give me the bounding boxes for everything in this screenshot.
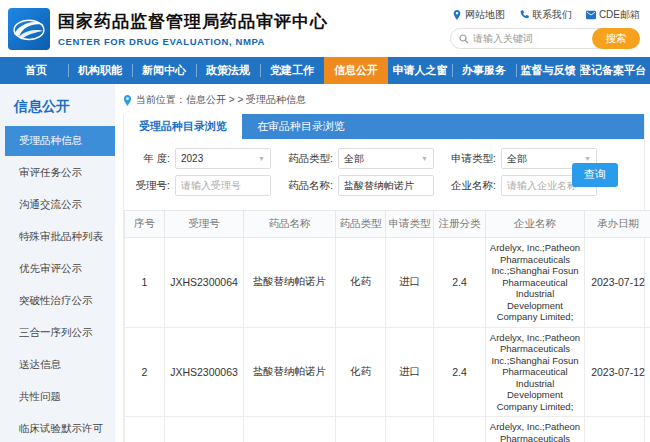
sidebar-item-common-issues[interactable]: 共性问题 — [5, 382, 115, 412]
search-button[interactable]: 搜索 — [592, 28, 640, 49]
contact-link-label: 联系我们 — [532, 8, 572, 22]
sidebar-item-three-in-one[interactable]: 三合一序列公示 — [5, 318, 115, 348]
filter-panel: 年 度: 2023 ▼ 药品类型: 全部 ▼ 申请类型: 全部 ▼ — [124, 139, 644, 210]
caret-down-icon: ▼ — [258, 155, 265, 162]
main-nav: 首页 机构职能 新闻中心 政策法规 党建工作 信息公开 申请人之窗 办事服务 监… — [0, 57, 650, 84]
cell-accept-no: JXHS2300062 — [165, 417, 244, 442]
year-select-value: 2023 — [181, 153, 203, 164]
col-header-accept-no: 受理号 — [165, 211, 244, 238]
sidebar-item-clinical-trial-license[interactable]: 临床试验默示许可 — [5, 414, 115, 442]
cell-seq: 1 — [125, 238, 165, 328]
apply-type-label: 申请类型: — [434, 152, 496, 166]
cell-drug-type: 化药 — [336, 417, 386, 442]
tab-under-review-catalog[interactable]: 在审品种目录浏览 — [242, 114, 360, 139]
cell-drug-type: 化药 — [336, 327, 386, 417]
mail-icon — [586, 10, 596, 20]
accept-no-input[interactable] — [181, 180, 265, 191]
col-header-company: 企业名称 — [486, 211, 585, 238]
sidebar-item-communication[interactable]: 沟通交流公示 — [5, 190, 115, 220]
cell-date: 2023-07-12 — [585, 417, 650, 442]
phone-icon — [519, 10, 529, 20]
cell-date: 2023-07-12 — [585, 238, 650, 328]
cell-apply-type: 进口 — [386, 238, 434, 328]
nav-item-supervision[interactable]: 监督与反馈 — [516, 57, 580, 84]
nmpa-logo-icon — [8, 8, 50, 50]
sidebar-title: 信息公开 — [0, 92, 115, 126]
col-header-apply-type: 申请类型 — [386, 211, 434, 238]
sidebar-item-review-tasks[interactable]: 审评任务公示 — [5, 158, 115, 188]
sidebar-item-accepted-varieties[interactable]: 受理品种信息 — [5, 126, 115, 156]
sitemap-link[interactable]: 网站地图 — [452, 8, 505, 22]
cell-company: Ardelyx, Inc.;Patheon Pharmaceuticals In… — [486, 417, 585, 442]
site-title: 国家药品监督管理局药品审评中心 — [58, 10, 328, 33]
cell-seq: 3 — [125, 417, 165, 442]
sidebar-item-breakthrough-therapy[interactable]: 突破性治疗公示 — [5, 286, 115, 316]
table-row: 2 JXHS2300063 盐酸替纳帕诺片 化药 进口 2.4 Ardelyx,… — [125, 327, 650, 417]
drug-type-select[interactable]: 全部 ▼ — [338, 148, 434, 169]
nav-item-home[interactable]: 首页 — [4, 57, 68, 84]
company-label: 企业名称: — [434, 179, 496, 193]
col-header-drug-type: 药品类型 — [336, 211, 386, 238]
table-row: 3 JXHS2300062 盐酸替纳帕诺片 化药 进口 2.4 Ardelyx,… — [125, 417, 650, 442]
nav-item-party[interactable]: 党建工作 — [260, 57, 324, 84]
site-subtitle: CENTER FOR DRUG EVALUATION, NMPA — [58, 36, 328, 47]
sitemap-link-label: 网站地图 — [465, 8, 505, 22]
col-header-date: 承办日期 — [585, 211, 650, 238]
tab-bar: 受理品种目录浏览 在审品种目录浏览 — [124, 114, 644, 139]
drug-type-label: 药品类型: — [271, 152, 333, 166]
location-pin-icon — [452, 10, 462, 20]
cde-mail-link[interactable]: CDE邮箱 — [586, 8, 640, 22]
cell-reg-class: 2.4 — [434, 327, 486, 417]
tab-accepted-catalog[interactable]: 受理品种目录浏览 — [124, 114, 242, 139]
col-header-reg-class: 注册分类 — [434, 211, 486, 238]
year-select[interactable]: 2023 ▼ — [175, 148, 271, 169]
contact-link[interactable]: 联系我们 — [519, 8, 572, 22]
sidebar-item-priority-review[interactable]: 优先审评公示 — [5, 254, 115, 284]
search-input[interactable] — [473, 33, 583, 44]
col-header-drug-name: 药品名称 — [244, 211, 336, 238]
cell-drug-name: 盐酸替纳帕诺片 — [244, 238, 336, 328]
cell-seq: 2 — [125, 327, 165, 417]
cell-company: Ardelyx, Inc.;Patheon Pharmaceuticals In… — [486, 238, 585, 328]
sidebar-item-delivery-info[interactable]: 送达信息 — [5, 350, 115, 380]
cell-date: 2023-07-12 — [585, 327, 650, 417]
breadcrumb-text: 当前位置：信息公开 > > 受理品种信息 — [136, 93, 306, 107]
header-search: 搜索 — [450, 28, 640, 49]
cell-apply-type: 进口 — [386, 327, 434, 417]
query-button[interactable]: 查询 — [572, 163, 618, 187]
nav-item-applicant-window[interactable]: 申请人之窗 — [388, 57, 452, 84]
cell-apply-type: 进口 — [386, 417, 434, 442]
nav-item-services[interactable]: 办事服务 — [452, 57, 516, 84]
nav-item-registration-platform[interactable]: 登记备案平台 — [580, 57, 646, 84]
cell-reg-class: 2.4 — [434, 417, 486, 442]
sidebar: 信息公开 受理品种信息 审评任务公示 沟通交流公示 特殊审批品种列表 优先审评公… — [0, 84, 115, 442]
cell-drug-name: 盐酸替纳帕诺片 — [244, 417, 336, 442]
drug-name-field-wrap — [338, 175, 434, 196]
caret-down-icon: ▼ — [421, 155, 428, 162]
cell-accept-no: JXHS2300063 — [165, 327, 244, 417]
table-row: 1 JXHS2300064 盐酸替纳帕诺片 化药 进口 2.4 Ardelyx,… — [125, 238, 650, 328]
nav-item-info-disclosure[interactable]: 信息公开 — [324, 57, 388, 84]
cde-mail-link-label: CDE邮箱 — [599, 8, 640, 22]
top-links: 网站地图 联系我们 CDE邮箱 — [452, 8, 640, 22]
accept-no-label: 受理号: — [128, 179, 170, 193]
table-header-row: 序号 受理号 药品名称 药品类型 申请类型 注册分类 企业名称 承办日期 — [125, 211, 650, 238]
nav-item-news[interactable]: 新闻中心 — [132, 57, 196, 84]
cell-company: Ardelyx, Inc.;Patheon Pharmaceuticals In… — [486, 327, 585, 417]
site-header: 国家药品监督管理局药品审评中心 CENTER FOR DRUG EVALUATI… — [0, 0, 650, 57]
cell-drug-type: 化药 — [336, 238, 386, 328]
drug-type-select-value: 全部 — [344, 152, 364, 166]
col-header-seq: 序号 — [125, 211, 165, 238]
drug-name-input[interactable] — [344, 180, 428, 191]
results-table: 序号 受理号 药品名称 药品类型 申请类型 注册分类 企业名称 承办日期 1 J… — [124, 210, 650, 442]
cell-reg-class: 2.4 — [434, 238, 486, 328]
cell-accept-no: JXHS2300064 — [165, 238, 244, 328]
search-icon — [459, 34, 469, 44]
breadcrumb-pin-icon — [123, 95, 132, 106]
nav-item-policies[interactable]: 政策法规 — [196, 57, 260, 84]
nav-item-functions[interactable]: 机构职能 — [68, 57, 132, 84]
year-label: 年 度: — [128, 152, 170, 166]
cell-drug-name: 盐酸替纳帕诺片 — [244, 327, 336, 417]
drug-name-label: 药品名称: — [271, 179, 333, 193]
sidebar-item-special-approval[interactable]: 特殊审批品种列表 — [5, 222, 115, 252]
